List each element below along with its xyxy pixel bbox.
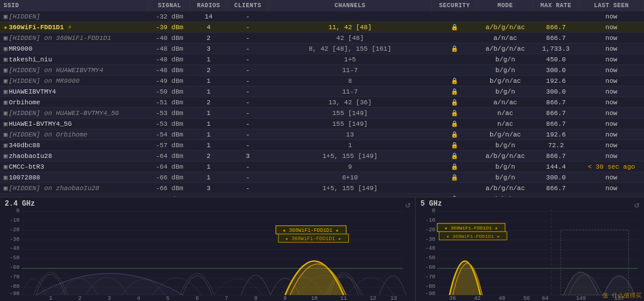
ssid-cell: ▣CMCC-btR3 bbox=[0, 162, 149, 172]
lock-icon: 🔒 bbox=[451, 89, 458, 95]
signal-cell: -48 dBm bbox=[149, 44, 190, 54]
lock-icon: 🔒 bbox=[451, 132, 458, 138]
col-security[interactable]: SECURITY bbox=[432, 0, 478, 11]
wifi-icon: ▣ bbox=[4, 88, 8, 95]
lock-icon: 🔒 bbox=[451, 164, 458, 170]
chart-5ghz-reset[interactable]: ↺ bbox=[634, 200, 639, 210]
security-cell bbox=[432, 33, 478, 44]
table-row[interactable]: ▣takeshi_niu -48 dBm 1 - 1+5 b/g/n 450.0… bbox=[0, 54, 644, 65]
col-channels[interactable]: CHANNELS bbox=[268, 0, 431, 11]
network-table: SSID SIGNAL RADIOS CLIENTS CHANNELS SECU… bbox=[0, 0, 644, 197]
table-row[interactable]: ▣[HIDDEN] on 360WiFi-FDD1D1 -40 dBm 2 - … bbox=[0, 33, 644, 44]
signal-cell: -48 dBm bbox=[149, 54, 190, 65]
col-ssid[interactable]: SSID bbox=[0, 0, 149, 11]
ssid-cell: ▣Orbihome bbox=[0, 97, 149, 108]
lastseen-cell: now bbox=[579, 76, 644, 86]
table-row[interactable]: ▣CMCC-btR3 -64 dBm 1 - 9 🔒 b/g/n 144.4 <… bbox=[0, 162, 644, 172]
col-clients[interactable]: CLIENTS bbox=[227, 0, 269, 11]
lastseen-cell: now bbox=[579, 129, 644, 140]
ssid-name: Orbihome bbox=[9, 99, 41, 106]
radios-cell: 3 bbox=[190, 183, 227, 194]
ssid-name: zhaobaoIu28 bbox=[9, 153, 52, 160]
channels-cell: 8 bbox=[268, 76, 431, 86]
table-row[interactable]: ▣[HIDDEN] -32 dBm 14 - now bbox=[0, 11, 644, 22]
ssid-name: HUAWEIBVTMY4 bbox=[9, 88, 56, 95]
table-row[interactable]: ▣340dbc88 -57 dBm 1 - 1 🔒 b/g/n 72.2 now bbox=[0, 140, 644, 151]
clients-cell: - bbox=[227, 119, 269, 129]
svg-text:5: 5 bbox=[166, 295, 170, 301]
channels-cell: 1+5 bbox=[268, 54, 431, 65]
table-row[interactable]: ▣Orbihome -51 dBm 2 - 13, 42 [36] 🔒 a/n/… bbox=[0, 97, 644, 108]
mode-cell: a/b/g/n/ac bbox=[478, 183, 533, 194]
table-scroll[interactable]: SSID SIGNAL RADIOS CLIENTS CHANNELS SECU… bbox=[0, 0, 644, 197]
svg-text:2: 2 bbox=[78, 295, 82, 301]
signal-cell: -66 dBm bbox=[149, 183, 190, 194]
radios-cell: 1 bbox=[190, 172, 227, 183]
signal-cell: -32 dBm bbox=[149, 11, 190, 22]
table-row[interactable]: ▣10072888 -66 dBm 1 - 6+10 🔒 b/g/n 300.0… bbox=[0, 172, 644, 183]
col-maxrate[interactable]: MAX RATE bbox=[533, 0, 579, 11]
svg-text:13: 13 bbox=[391, 295, 397, 301]
radios-cell: 2 bbox=[190, 33, 227, 44]
security-cell: 🔒 bbox=[432, 162, 478, 172]
table-row[interactable]: ★360WiFi-FDD1D1 ⚡ -39 dBm 4 - 11, 42 [48… bbox=[0, 22, 644, 33]
svg-text:-10: -10 bbox=[10, 217, 20, 224]
clients-cell: - bbox=[227, 86, 269, 97]
svg-text:-60: -60 bbox=[425, 264, 435, 271]
table-row[interactable]: ▣[HIDDEN] on Orbihome -54 dBm 1 - 13 🔒 b… bbox=[0, 129, 644, 140]
chart-5ghz-title: 5 GHz bbox=[420, 200, 442, 208]
maxrate-cell: 72.2 bbox=[533, 140, 579, 151]
ssid-cell: ▣MR9000 bbox=[0, 44, 149, 54]
ssid-cell: ▣HUAWEI-BVTMY4_5G bbox=[0, 119, 149, 129]
wifi-icon: ▣ bbox=[4, 56, 8, 63]
wifi-icon: ▣ bbox=[4, 153, 8, 160]
svg-text:9: 9 bbox=[283, 295, 287, 301]
channels-cell: 8, 42 [48], 155 [161] bbox=[268, 44, 431, 54]
channels-cell: 9 bbox=[268, 162, 431, 172]
col-radios[interactable]: RADIOS bbox=[190, 0, 227, 11]
channels-cell: 42 [48] bbox=[268, 33, 431, 44]
signal-cell: -48 dBm bbox=[149, 65, 190, 76]
channels-cell: 155 [149] bbox=[268, 108, 431, 119]
chart-2ghz-reset[interactable]: ↺ bbox=[405, 200, 410, 210]
svg-text:-20: -20 bbox=[425, 226, 435, 233]
ssid-name: MR9000 bbox=[9, 45, 33, 52]
maxrate-cell: 866.7 bbox=[533, 33, 579, 44]
radios-cell: 1 bbox=[190, 86, 227, 97]
lock-icon: 🔒 bbox=[451, 110, 458, 117]
col-signal[interactable]: SIGNAL bbox=[149, 0, 190, 11]
table-row[interactable]: ▣[HIDDEN] on HUAWEI-BVTMY4_5G -53 dBm 1 … bbox=[0, 108, 644, 119]
svg-text:12: 12 bbox=[370, 295, 376, 301]
channels-cell: 1 bbox=[268, 140, 431, 151]
maxrate-cell: 192.6 bbox=[533, 76, 579, 86]
col-lastseen[interactable]: LAST SEEN bbox=[579, 0, 644, 11]
col-mode[interactable]: MODE bbox=[478, 0, 533, 11]
signal-cell: -51 dBm bbox=[149, 97, 190, 108]
table-row[interactable]: ▣MR9000 -48 dBm 3 - 8, 42 [48], 155 [161… bbox=[0, 44, 644, 54]
ssid-name: 10072888 bbox=[9, 174, 41, 181]
radios-cell: 1 bbox=[190, 129, 227, 140]
mode-cell: b/g/n bbox=[478, 140, 533, 151]
maxrate-cell: 1,733.3 bbox=[533, 44, 579, 54]
clients-cell: - bbox=[227, 65, 269, 76]
svg-text:-80: -80 bbox=[10, 283, 20, 290]
radios-cell: 1 bbox=[190, 140, 227, 151]
table-row[interactable]: ▣HUAWEI-BVTMY4_5G -53 dBm 1 - 155 [149] … bbox=[0, 119, 644, 129]
table-row[interactable]: ▣zhaobaoIu28 -64 dBm 2 3 1+5, 155 [149] … bbox=[0, 151, 644, 162]
table-row[interactable]: ▣[HIDDEN] on HUAWEIBVTMY4 -48 dBm 2 - 11… bbox=[0, 65, 644, 76]
clients-cell: - bbox=[227, 108, 269, 119]
security-cell: 🔒 bbox=[432, 119, 478, 129]
radios-cell: 2 bbox=[190, 65, 227, 76]
svg-text:7: 7 bbox=[225, 295, 228, 301]
table-row[interactable]: ▣[HIDDEN] on zhaobaoIu28 -66 dBm 3 - 1+5… bbox=[0, 183, 644, 194]
wifi-icon: ▣ bbox=[4, 35, 8, 42]
chart-5ghz-area: 0 -10 -20 -30 -40 -50 -60 -70 -80 -90 bbox=[416, 197, 644, 301]
signal-cell: -57 dBm bbox=[149, 140, 190, 151]
clients-cell: - bbox=[227, 33, 269, 44]
table-row[interactable]: ▣HUAWEIBVTMY4 -50 dBm 1 - 11-7 🔒 b/g/n 3… bbox=[0, 86, 644, 97]
mode-cell: b/g/n bbox=[478, 86, 533, 97]
ssid-cell: ★360WiFi-FDD1D1 ⚡ bbox=[0, 22, 149, 33]
lock-icon: 🔒 bbox=[451, 196, 458, 197]
table-row[interactable]: ▣[HIDDEN] on MR9000 -49 dBm 1 - 8 🔒 b/g/… bbox=[0, 76, 644, 86]
ssid-name: [HIDDEN] on HUAWEIBVTMY4 bbox=[9, 67, 103, 74]
